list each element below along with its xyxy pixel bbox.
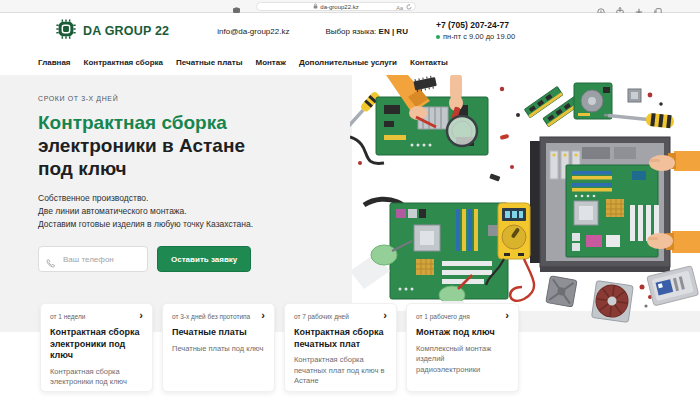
nav-item-contacts[interactable]: Контакты (410, 58, 448, 67)
lock-icon (313, 3, 318, 10)
language-switcher[interactable]: EN | RU (379, 27, 408, 36)
phone-link[interactable]: +7 (705) 207-24-77 (436, 20, 515, 31)
main-nav: Главная Контрактная сборка Печатные плат… (0, 49, 700, 75)
email-link[interactable]: info@da-group22.kz (217, 27, 289, 36)
language-label: Выбор языка: (325, 27, 376, 36)
nav-item-montage[interactable]: Монтаж (255, 58, 285, 67)
working-hours: пн-пт с 9.00 до 19.00 (443, 32, 515, 42)
hero-description: Собственное производство. Две линии авто… (38, 192, 308, 232)
hero-illustration (350, 75, 700, 335)
brand-name: DA GROUP 22 (83, 24, 169, 38)
browser-chrome: da-group22.kz Aa (0, 0, 700, 13)
card-description: Контрактная сборка печатных плат под клю… (294, 355, 387, 387)
service-card-montage[interactable]: от 1 рабочего дня › Монтаж под ключ Комп… (406, 303, 519, 392)
site-header: DA GROUP 22 info@da-group22.kz Выбор язы… (0, 13, 700, 49)
brand-logo[interactable]: DA GROUP 22 (55, 18, 169, 44)
nav-item-contract-assembly[interactable]: Контрактная сборка (84, 58, 163, 67)
chevron-right-icon: › (505, 312, 509, 318)
service-card-pcb[interactable]: от 3-х дней без прототипа › Печатные пла… (162, 303, 275, 392)
nav-item-extra-services[interactable]: Дополнительные услуги (299, 58, 397, 67)
phone-icon (46, 254, 55, 272)
nav-item-pcb[interactable]: Печатные платы (176, 58, 242, 67)
url-bar[interactable]: da-group22.kz Aa (256, 2, 416, 11)
chevron-right-icon: › (139, 312, 143, 318)
card-badge: от 1 недели (50, 313, 85, 320)
card-badge: от 1 рабочего дня (416, 313, 470, 320)
illu-fan-board (574, 83, 612, 119)
page-title: Контрактная сборка электроники в Астане … (38, 111, 256, 181)
service-card-pcb-assembly[interactable]: от 7 рабочих дней › Контрактная сборка п… (284, 303, 397, 392)
card-badge: от 7 рабочих дней (294, 313, 349, 320)
translate-icon[interactable]: Aa (396, 5, 403, 11)
card-title: Печатные платы (172, 327, 265, 339)
service-card-contract-assembly[interactable]: от 1 недели › Контрактная сборка электро… (40, 303, 153, 392)
hero-eyebrow: СРОКИ ОТ 3-Х ДНЕЙ (38, 95, 308, 102)
card-description: Комплексный монтаж изделий радиоэлектрон… (416, 344, 509, 376)
card-description: Печатные платы под ключ (172, 344, 265, 355)
card-title: Монтаж под ключ (416, 327, 509, 339)
nav-item-home[interactable]: Главная (38, 58, 71, 67)
status-dot (436, 35, 440, 39)
card-badge: от 3-х дней без прототипа (172, 313, 250, 320)
card-title: Контрактная сборка печатных плат (294, 327, 387, 350)
url-text: da-group22.kz (320, 4, 358, 10)
chip-icon (55, 18, 77, 44)
page-title-rest: электроники в Астане под ключ (38, 135, 245, 179)
card-description: Контрактная сборка электроники под ключ (50, 367, 143, 388)
submit-request-button[interactable]: Оставить заявку (157, 246, 251, 272)
page-title-accent: Контрактная сборка (38, 111, 256, 134)
service-cards: от 1 недели › Контрактная сборка электро… (40, 303, 519, 392)
chevron-right-icon: › (261, 312, 265, 318)
reload-icon[interactable] (406, 4, 412, 11)
card-title: Контрактная сборка электроники под ключ (50, 327, 143, 362)
chevron-right-icon: › (383, 312, 387, 318)
